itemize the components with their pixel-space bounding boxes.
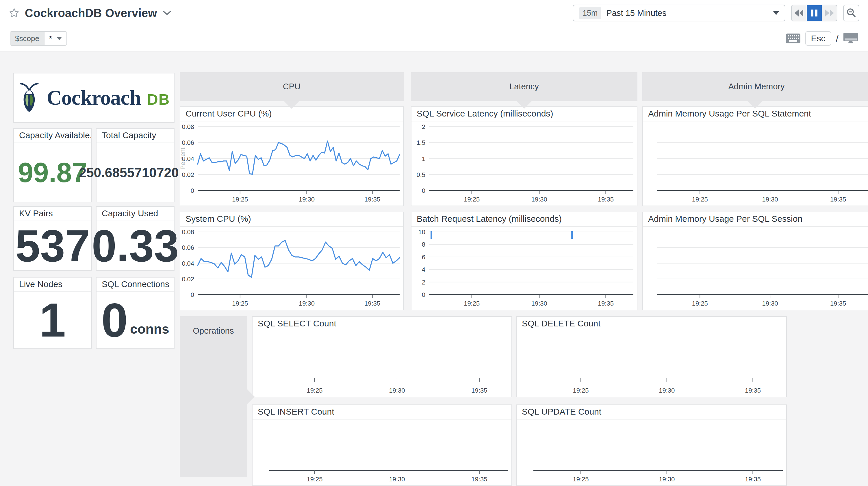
zoom-out-button[interactable] — [843, 5, 859, 21]
group-header-latency: Latency — [411, 72, 638, 101]
star-icon[interactable] — [9, 7, 20, 19]
svg-text:19:30: 19:30 — [531, 300, 547, 307]
forward-button[interactable] — [822, 5, 837, 21]
stat-label: SQL Connections — [96, 278, 174, 292]
svg-text:19:25: 19:25 — [307, 476, 322, 483]
chart-plot-current-user-cpu[interactable]: 00.020.040.060.0819:2519:3019:35Percent — [180, 121, 403, 205]
svg-text:Percent: Percent — [180, 148, 186, 170]
title-area: CockroachDB Overview — [9, 0, 172, 27]
svg-text:19:35: 19:35 — [598, 300, 614, 307]
chart-sql-insert-count[interactable]: SQL INSERT Count 19:2519:3019:35 — [252, 404, 512, 486]
svg-text:19:35: 19:35 — [830, 300, 846, 307]
pause-button[interactable] — [807, 5, 822, 21]
svg-text:4: 4 — [422, 266, 425, 273]
topbar: CockroachDB Overview 15m Past 15 Minutes — [0, 0, 868, 26]
page-title: CockroachDB Overview — [25, 7, 157, 20]
chart-plot-sql-service-latency[interactable]: 00.511.5219:2519:3019:35 — [411, 121, 637, 205]
stat-label: Capacity Available... — [14, 128, 91, 143]
stat-value: 250.6855710720 — [79, 166, 179, 179]
stat-label: Live Nodes — [14, 278, 91, 292]
stat-total-capacity: Total Capacity 250.6855710720GB — [96, 128, 175, 202]
svg-text:19:35: 19:35 — [745, 387, 761, 394]
svg-text:19:30: 19:30 — [762, 300, 778, 307]
chart-title: SQL DELETE Count — [517, 317, 786, 331]
svg-text:0.02: 0.02 — [182, 276, 194, 283]
scope-variable-selector[interactable]: $scope * — [10, 31, 67, 46]
group-header-cpu: CPU — [180, 72, 404, 101]
rewind-button[interactable] — [792, 5, 807, 21]
esc-key-button[interactable]: Esc — [805, 31, 831, 46]
chart-plot-sql-select-count[interactable]: 19:2519:3019:35 — [252, 331, 512, 397]
chart-plot-sql-update-count[interactable]: 19:2519:3019:35 — [517, 420, 786, 485]
svg-text:0.06: 0.06 — [182, 244, 194, 251]
template-variable-bar: $scope * Esc / — [0, 26, 868, 52]
chart-title: Admin Memory Usage Per SQL Statement — [643, 107, 868, 121]
svg-text:19:25: 19:25 — [464, 300, 479, 307]
svg-text:10: 10 — [418, 228, 425, 236]
playback-controls — [791, 5, 837, 21]
chart-plot-sql-delete-count[interactable]: 19:2519:3019:35 — [517, 331, 786, 397]
time-range-selector[interactable]: 15m Past 15 Minutes — [573, 5, 785, 21]
chart-admin-memory-per-session[interactable]: Admin Memory Usage Per SQL Session 19:25… — [642, 211, 868, 310]
stat-label: KV Pairs — [14, 207, 91, 221]
chart-sql-delete-count[interactable]: SQL DELETE Count 19:2519:3019:35 — [516, 316, 787, 397]
svg-text:19:25: 19:25 — [692, 196, 708, 203]
keyboard-shortcuts-icon[interactable] — [786, 33, 801, 44]
svg-text:19:25: 19:25 — [573, 387, 589, 394]
chart-system-cpu[interactable]: System CPU (%) 00.020.040.060.0819:2519:… — [180, 211, 404, 310]
cpu-group-notch — [284, 101, 299, 109]
svg-text:19:35: 19:35 — [598, 196, 614, 203]
subbar-right: Esc / — [786, 31, 858, 46]
operations-group-label: Operations — [193, 326, 234, 477]
stat-label: Total Capacity — [96, 128, 174, 143]
time-range-caret-icon — [773, 11, 779, 15]
chart-plot-admin-memory-per-statement[interactable]: 19:2519:3019:35 — [643, 121, 868, 205]
svg-text:2: 2 — [422, 279, 425, 286]
slash-separator: / — [836, 33, 839, 44]
chart-title: Batch Request Latency (milliseconds) — [411, 212, 637, 227]
svg-text:19:25: 19:25 — [464, 196, 479, 203]
chart-plot-sql-insert-count[interactable]: 19:2519:3019:35 — [252, 420, 512, 485]
stat-capacity-used: Capacity Used 0.33 — [96, 206, 175, 271]
scope-variable-value: * — [49, 34, 52, 43]
svg-text:0: 0 — [191, 187, 194, 194]
stat-value: 0.33 — [92, 224, 179, 268]
time-range-badge: 15m — [579, 7, 601, 19]
stat-label: Capacity Used — [96, 207, 174, 221]
chart-plot-admin-memory-per-session[interactable]: 19:2519:3019:35 — [643, 227, 868, 310]
chart-plot-system-cpu[interactable]: 00.020.040.060.0819:2519:3019:35 — [180, 227, 403, 310]
svg-text:19:30: 19:30 — [659, 387, 675, 394]
svg-text:19:35: 19:35 — [471, 387, 487, 394]
svg-text:0: 0 — [422, 291, 425, 298]
chart-title: SQL INSERT Count — [252, 405, 512, 420]
stat-unit: conns — [130, 321, 169, 337]
chart-plot-batch-request-latency[interactable]: 024681019:2519:3019:35 — [411, 227, 637, 310]
svg-text:19:35: 19:35 — [830, 196, 846, 203]
chevron-down-icon[interactable] — [162, 10, 172, 16]
stat-live-nodes: Live Nodes 1 — [13, 277, 92, 349]
svg-text:8: 8 — [422, 241, 425, 248]
admin-memory-group-notch — [747, 101, 763, 109]
chart-sql-update-count[interactable]: SQL UPDATE Count 19:2519:3019:35 — [516, 404, 787, 486]
group-header-admin-memory: Admin Memory — [642, 72, 868, 101]
svg-text:19:30: 19:30 — [389, 476, 405, 483]
brand-wordmark: Cockroach — [47, 86, 141, 110]
svg-text:2: 2 — [422, 123, 425, 131]
top-controls: 15m Past 15 Minutes — [573, 5, 859, 21]
svg-text:1: 1 — [422, 155, 425, 163]
chart-admin-memory-per-statement[interactable]: Admin Memory Usage Per SQL Statement 19:… — [642, 106, 868, 206]
chart-sql-select-count[interactable]: SQL SELECT Count 19:2519:3019:35 — [252, 316, 512, 397]
scope-variable-name: $scope — [10, 32, 44, 45]
svg-text:0: 0 — [191, 291, 194, 298]
group-header-operations: Operations — [180, 316, 247, 477]
chart-title: Admin Memory Usage Per SQL Session — [643, 212, 868, 227]
svg-text:6: 6 — [422, 254, 425, 261]
svg-text:19:35: 19:35 — [364, 196, 380, 203]
tv-mode-icon[interactable] — [843, 32, 858, 45]
time-range-label: Past 15 Minutes — [607, 8, 666, 18]
chart-sql-service-latency[interactable]: SQL Service Latency (milliseconds) 00.51… — [411, 106, 638, 206]
latency-group-notch — [517, 101, 532, 109]
chart-batch-request-latency[interactable]: Batch Request Latency (milliseconds) 024… — [411, 211, 638, 310]
chart-current-user-cpu[interactable]: Current User CPU (%) 00.020.040.060.0819… — [180, 106, 404, 206]
svg-text:19:30: 19:30 — [762, 196, 778, 203]
